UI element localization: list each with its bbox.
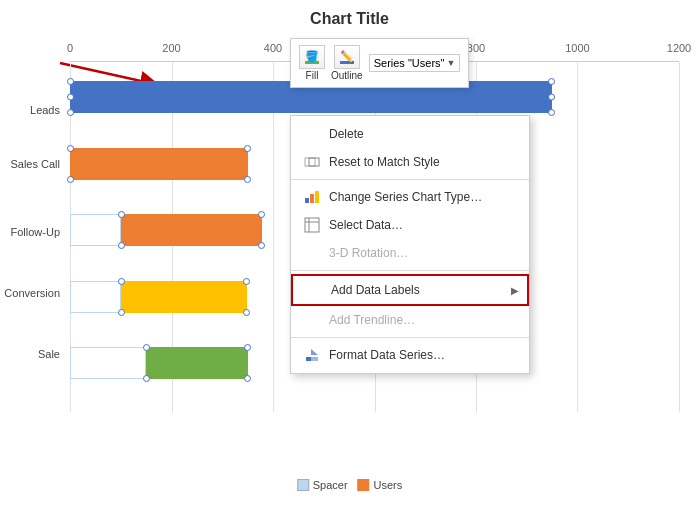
menu-reset-label: Reset to Match Style [329, 155, 440, 169]
x-label-0: 0 [67, 42, 73, 54]
chart-area: Chart Title 0 200 400 600 800 1000 1200 [0, 0, 699, 505]
y-label-conversion: Conversion [4, 287, 60, 299]
x-label-1200: 1200 [667, 42, 691, 54]
outline-label: Outline [331, 70, 363, 81]
legend-spacer-color [297, 479, 309, 491]
fill-icon[interactable]: 🪣 [299, 45, 325, 69]
separator-1 [291, 179, 529, 180]
y-labels: Leads Sales Call Follow-Up Conversion Sa… [0, 62, 65, 402]
series-label: Series "Users" [374, 57, 445, 69]
legend-users-label: Users [374, 479, 403, 491]
legend-users-color [358, 479, 370, 491]
bar-sale-spacer [70, 347, 146, 379]
svg-text:✏️: ✏️ [340, 49, 354, 63]
bar-sale-users[interactable] [146, 347, 248, 379]
x-label-800: 800 [467, 42, 485, 54]
y-label-follow-up: Follow-Up [10, 226, 60, 238]
x-label-400: 400 [264, 42, 282, 54]
outline-icon[interactable]: ✏️ [334, 45, 360, 69]
menu-reset[interactable]: Reset to Match Style [291, 148, 529, 176]
menu-select-data-label: Select Data… [329, 218, 403, 232]
y-label-sale: Sale [38, 348, 60, 360]
chart-title: Chart Title [0, 0, 699, 32]
legend-users: Users [358, 479, 403, 491]
x-label-1000: 1000 [565, 42, 589, 54]
chart-legend: Spacer Users [297, 479, 403, 491]
series-dropdown-arrow: ▼ [446, 58, 455, 68]
format-icon [303, 346, 321, 364]
svg-marker-16 [311, 349, 318, 355]
bar-conversion-spacer [70, 281, 121, 313]
fill-label: Fill [306, 70, 319, 81]
delete-icon [303, 125, 321, 143]
trendline-icon [303, 311, 321, 329]
menu-format-series[interactable]: Format Data Series… [291, 341, 529, 369]
grid-line-6 [679, 62, 680, 412]
separator-2 [291, 270, 529, 271]
svg-rect-10 [315, 191, 319, 203]
separator-3 [291, 337, 529, 338]
menu-rotation: 3-D Rotation… [291, 239, 529, 267]
add-labels-icon [305, 281, 323, 299]
menu-trendline-label: Add Trendline… [329, 313, 415, 327]
context-menu: Delete Reset to Match Style Change Serie… [290, 115, 530, 374]
change-type-icon [303, 188, 321, 206]
menu-format-series-label: Format Data Series… [329, 348, 445, 362]
menu-trendline: Add Trendline… [291, 306, 529, 334]
fill-button[interactable]: 🪣 Fill [299, 45, 325, 81]
series-dropdown[interactable]: Series "Users" ▼ [369, 54, 461, 72]
bar-follow-up-spacer [70, 214, 121, 246]
reset-icon [303, 153, 321, 171]
bar-follow-up-users[interactable] [121, 214, 263, 246]
menu-add-labels-label: Add Data Labels [331, 283, 420, 297]
menu-delete[interactable]: Delete [291, 120, 529, 148]
legend-spacer: Spacer [297, 479, 348, 491]
outline-button[interactable]: ✏️ Outline [331, 45, 363, 81]
menu-change-type[interactable]: Change Series Chart Type… [291, 183, 529, 211]
menu-change-type-label: Change Series Chart Type… [329, 190, 482, 204]
svg-rect-9 [310, 194, 314, 203]
y-label-sales-call: Sales Call [10, 158, 60, 170]
svg-rect-11 [305, 218, 319, 232]
legend-spacer-label: Spacer [313, 479, 348, 491]
submenu-arrow: ▶ [511, 285, 519, 296]
select-data-icon [303, 216, 321, 234]
svg-rect-7 [309, 158, 319, 166]
rotation-icon [303, 244, 321, 262]
bar-sales-call-users[interactable] [70, 148, 248, 180]
menu-add-labels[interactable]: Add Data Labels ▶ [291, 274, 529, 306]
toolbar-popup: 🪣 Fill ✏️ Outline Series "Users" ▼ [290, 38, 469, 88]
svg-rect-8 [305, 198, 309, 203]
x-label-200: 200 [162, 42, 180, 54]
bar-conversion-users[interactable] [121, 281, 248, 313]
svg-text:🪣: 🪣 [305, 49, 319, 63]
y-label-leads: Leads [30, 104, 60, 116]
menu-rotation-label: 3-D Rotation… [329, 246, 408, 260]
menu-delete-label: Delete [329, 127, 364, 141]
svg-rect-15 [306, 357, 311, 361]
menu-select-data[interactable]: Select Data… [291, 211, 529, 239]
svg-rect-6 [305, 158, 315, 166]
